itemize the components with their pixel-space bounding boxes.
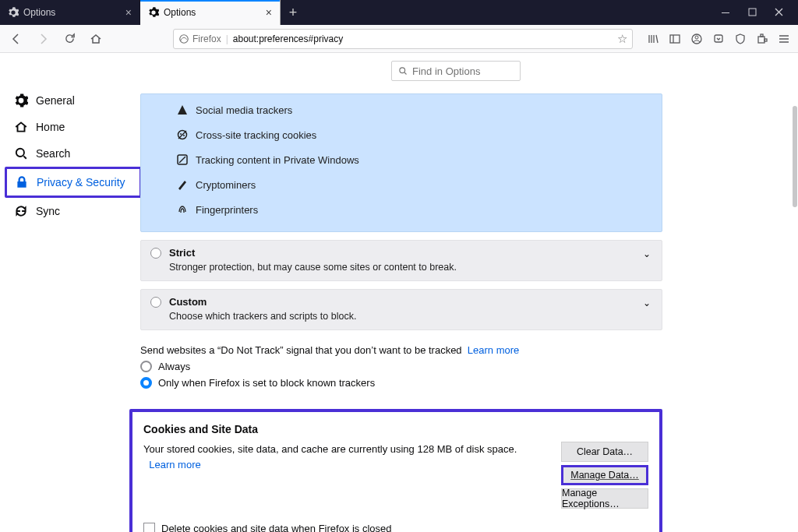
protection-label: Tracking content in Private Windows xyxy=(196,154,359,166)
svg-rect-1 xyxy=(749,9,756,16)
search-input[interactable]: Find in Options xyxy=(391,61,521,81)
level-title: Custom xyxy=(169,296,207,308)
new-tab-button[interactable]: + xyxy=(281,0,305,25)
tab-title: Options xyxy=(164,7,261,18)
svg-point-17 xyxy=(183,135,185,136)
svg-rect-3 xyxy=(670,35,680,43)
chevron-down-icon[interactable]: ⌄ xyxy=(643,248,651,259)
library-icon[interactable] xyxy=(647,33,661,45)
account-icon[interactable] xyxy=(690,33,704,45)
svg-line-20 xyxy=(179,157,185,163)
minimize-icon[interactable] xyxy=(722,8,731,17)
checkbox-unchecked-icon xyxy=(143,523,155,532)
radio-unchecked-icon[interactable] xyxy=(150,248,161,259)
scrollbar-thumb[interactable] xyxy=(793,106,797,207)
standard-protection-panel: Social media trackers Cross-site trackin… xyxy=(140,93,662,232)
identity-box[interactable]: Firefox xyxy=(178,33,221,44)
tracking-content-icon xyxy=(177,154,188,165)
svg-point-16 xyxy=(180,133,182,135)
protection-item: Tracking content in Private Windows xyxy=(177,147,662,172)
url-bar[interactable]: Firefox | about:preferences#privacy ☆ xyxy=(173,29,633,49)
radio-checked-icon xyxy=(140,377,152,389)
protection-level-custom[interactable]: ⌄ Custom Choose which trackers and scrip… xyxy=(140,289,662,330)
tab-options-inactive[interactable]: Options × xyxy=(0,0,140,25)
clear-data-button[interactable]: Clear Data… xyxy=(561,442,648,462)
gear-icon xyxy=(14,93,28,107)
sidebar-item-label: Privacy & Security xyxy=(37,176,125,188)
dnt-only-when-radio[interactable]: Only when Firefox is set to block known … xyxy=(140,377,772,389)
close-icon[interactable]: × xyxy=(125,6,132,19)
level-title: Strict xyxy=(169,247,195,259)
svg-line-12 xyxy=(23,156,26,158)
cookies-description: Your stored cookies, site data, and cach… xyxy=(143,442,549,472)
checkbox-label: Delete cookies and site data when Firefo… xyxy=(161,523,392,532)
protection-label: Cryptominers xyxy=(196,179,256,191)
sidebar-item-home[interactable]: Home xyxy=(6,114,140,140)
manage-exceptions-button[interactable]: Manage Exceptions… xyxy=(561,488,648,509)
home-button[interactable] xyxy=(86,29,106,49)
cookies-site-data-section: Cookies and Site Data Your stored cookie… xyxy=(129,409,662,532)
section-title: Cookies and Site Data xyxy=(143,423,648,435)
sidebar-item-general[interactable]: General xyxy=(6,87,140,114)
bookmark-star-icon[interactable]: ☆ xyxy=(617,32,627,46)
protection-item: Fingerprinters xyxy=(177,197,662,222)
sidebar-toggle-icon[interactable] xyxy=(669,33,683,45)
protection-item: Social media trackers xyxy=(177,97,662,122)
protection-label: Fingerprinters xyxy=(196,204,258,216)
radio-unchecked-icon xyxy=(140,361,152,372)
protection-item: Cross-site tracking cookies xyxy=(177,122,662,147)
protection-label: Cross-site tracking cookies xyxy=(196,129,316,141)
protection-level-strict[interactable]: ⌄ Strict Stronger protection, but may ca… xyxy=(140,240,662,281)
url-text: about:preferences#privacy xyxy=(233,33,343,44)
content-area: General Home Search Privacy & Security S… xyxy=(0,53,798,532)
svg-point-13 xyxy=(400,68,405,73)
extensions-icon[interactable] xyxy=(756,33,770,45)
dnt-block: Send websites a “Do Not Track” signal th… xyxy=(140,344,772,389)
fingerprint-icon xyxy=(177,204,188,215)
back-button[interactable] xyxy=(6,29,26,49)
reload-button[interactable] xyxy=(59,29,79,49)
titlebar: Options × Options × + xyxy=(0,0,798,25)
svg-rect-8 xyxy=(758,37,764,43)
shield-icon[interactable] xyxy=(734,33,748,45)
nav-toolbar: Firefox | about:preferences#privacy ☆ xyxy=(0,25,798,53)
protection-label: Social media trackers xyxy=(196,104,292,116)
manage-data-button[interactable]: Manage Data… xyxy=(561,465,648,485)
radio-unchecked-icon[interactable] xyxy=(150,297,161,308)
delete-on-close-checkbox[interactable]: Delete cookies and site data when Firefo… xyxy=(143,523,648,532)
main-pane: Find in Options Social media trackers Cr… xyxy=(140,53,798,532)
tab-options-active[interactable]: Options × xyxy=(140,0,281,25)
dnt-always-radio[interactable]: Always xyxy=(140,361,772,372)
lock-icon xyxy=(15,175,29,189)
sidebar-item-sync[interactable]: Sync xyxy=(6,198,140,224)
dnt-always-label: Always xyxy=(158,361,190,372)
svg-line-14 xyxy=(404,72,406,74)
dnt-learn-more-link[interactable]: Learn more xyxy=(468,344,519,356)
gear-icon xyxy=(148,7,159,18)
dnt-onlywhen-label: Only when Firefox is set to block known … xyxy=(158,377,375,389)
cryptominer-icon xyxy=(177,179,188,190)
svg-rect-7 xyxy=(715,35,722,42)
svg-point-6 xyxy=(695,36,698,39)
menu-icon[interactable] xyxy=(778,33,792,45)
search-icon xyxy=(398,66,408,76)
sidebar-item-privacy[interactable]: Privacy & Security xyxy=(7,169,139,196)
sidebar-item-label: Sync xyxy=(36,205,60,217)
pocket-icon[interactable] xyxy=(712,33,726,45)
sidebar-item-label: Search xyxy=(36,147,70,160)
category-sidebar: General Home Search Privacy & Security S… xyxy=(0,53,140,532)
sidebar-item-search[interactable]: Search xyxy=(6,140,140,167)
svg-rect-0 xyxy=(722,12,729,13)
sync-icon xyxy=(14,204,28,218)
chevron-down-icon[interactable]: ⌄ xyxy=(643,298,651,308)
home-icon xyxy=(14,120,28,134)
dnt-text: Send websites a “Do Not Track” signal th… xyxy=(140,344,462,356)
cookies-learn-more-link[interactable]: Learn more xyxy=(149,459,200,470)
close-icon[interactable]: × xyxy=(266,6,272,19)
maximize-icon[interactable] xyxy=(748,8,757,17)
level-desc: Stronger protection, but may cause some … xyxy=(150,262,652,273)
sidebar-item-label: General xyxy=(36,94,75,107)
window-close-icon[interactable] xyxy=(775,8,784,17)
social-tracker-icon xyxy=(177,104,188,115)
forward-button[interactable] xyxy=(33,29,53,49)
